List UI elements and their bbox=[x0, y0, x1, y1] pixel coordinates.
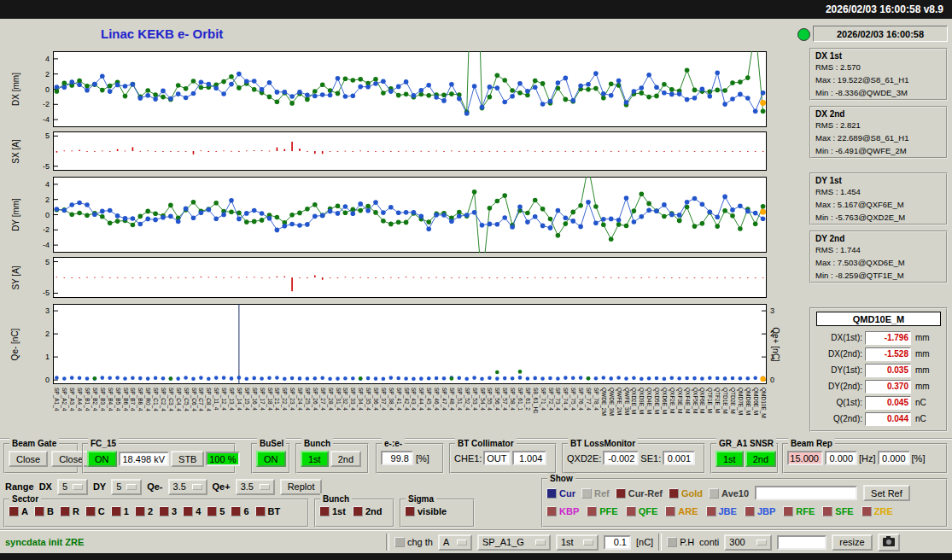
se1-label: SE1: bbox=[640, 453, 661, 464]
checkbox-2[interactable]: 2 bbox=[135, 506, 153, 516]
monitor-row-value: -1.796 bbox=[865, 331, 911, 345]
x-tick-label: SP_56_4 bbox=[494, 388, 500, 411]
divider bbox=[386, 534, 389, 551]
checkbox-box bbox=[546, 506, 557, 516]
checkbox-c[interactable]: C bbox=[85, 506, 105, 516]
checkbox-box bbox=[255, 506, 266, 516]
checkbox-box bbox=[667, 537, 677, 547]
sigma-group: Sigma visible bbox=[400, 499, 475, 528]
checkbox-jbp[interactable]: JBP bbox=[745, 506, 775, 516]
x-tick-label: SP_37_4 bbox=[381, 388, 387, 411]
checkbox-rfe[interactable]: RFE bbox=[783, 506, 815, 516]
checkbox-sfe[interactable]: SFE bbox=[822, 506, 853, 516]
x-tick-label: SP_C7_4 bbox=[198, 388, 204, 411]
fc15-on-button[interactable]: ON bbox=[87, 451, 117, 467]
checkbox-3[interactable]: 3 bbox=[159, 506, 177, 516]
checkbox-2nd[interactable]: 2nd bbox=[353, 506, 383, 516]
checkbox-are[interactable]: ARE bbox=[665, 506, 698, 516]
checkbox-box bbox=[183, 506, 193, 516]
ref-name-input[interactable] bbox=[755, 486, 857, 500]
checkbox-pfe[interactable]: PFE bbox=[587, 506, 617, 516]
checkbox-r[interactable]: R bbox=[60, 506, 79, 516]
dy-axis-label: DY [mm] bbox=[2, 177, 29, 253]
x-tick-label: SP_B2_4 bbox=[92, 388, 98, 411]
checkbox-b[interactable]: B bbox=[34, 506, 54, 516]
set-ref-button[interactable]: Set Ref bbox=[863, 485, 910, 501]
checkbox-bt[interactable]: BT bbox=[255, 506, 281, 516]
bunch-select[interactable]: 1st bbox=[556, 534, 599, 551]
gr-snsr-2nd-button[interactable]: 2nd bbox=[745, 451, 776, 467]
range-dy-select[interactable]: 5 bbox=[111, 479, 142, 495]
resize-button[interactable]: resize bbox=[832, 534, 872, 551]
replot-button[interactable]: Replot bbox=[280, 479, 323, 495]
stats-min: Min : -8.336@QWDE_3M bbox=[815, 86, 946, 99]
device-select[interactable]: SP_A1_G bbox=[477, 534, 551, 551]
stats-title: DX 1st bbox=[815, 51, 946, 61]
range-qep-select[interactable]: 3.5 bbox=[236, 479, 275, 495]
checkbox-4[interactable]: 4 bbox=[183, 506, 201, 516]
checkbox-a[interactable]: A bbox=[9, 506, 28, 516]
group-title: Beam Rep bbox=[788, 438, 835, 449]
x-tick-label: SP_46_4 bbox=[434, 388, 440, 411]
checkbox-kbp[interactable]: KBP bbox=[546, 506, 579, 516]
x-tick-label: QTD2E_M bbox=[730, 388, 736, 414]
group-title: Bunch bbox=[301, 438, 333, 449]
dx-chart: 420-2-4 bbox=[31, 51, 782, 127]
x-tick-label: SP_71_4 bbox=[540, 388, 546, 411]
checkbox-ref[interactable]: Ref bbox=[581, 488, 610, 499]
checkbox-ave10[interactable]: Ave10 bbox=[709, 488, 749, 499]
checkbox-visible[interactable]: visible bbox=[405, 506, 447, 516]
x-tick-label: QXF4E_M bbox=[685, 388, 691, 413]
x-tick-label: SP_22_4 bbox=[282, 388, 288, 411]
checkbox-1st[interactable]: 1st bbox=[319, 506, 346, 516]
q-chart: 33221100 bbox=[31, 304, 782, 384]
x-tick-label: SP_47_4 bbox=[441, 388, 447, 411]
x-tick-label: SP_B6_4 bbox=[123, 388, 129, 411]
monitor-row: DX(2nd): -1.528 mm bbox=[811, 346, 946, 362]
monitor-row-label: DY(1st): bbox=[815, 365, 862, 375]
checkbox-cur[interactable]: Cur bbox=[546, 488, 575, 499]
monitor-panel: QMD10E_M DX(1st): -1.796 mm DX(2nd): -1.… bbox=[809, 307, 948, 432]
busel-on-button[interactable]: ON bbox=[256, 451, 286, 467]
range-qem-select[interactable]: 3.5 bbox=[168, 479, 207, 495]
group-title: Bunch bbox=[320, 493, 352, 505]
bunch-1st-button[interactable]: 1st bbox=[301, 451, 329, 467]
snapshot-button[interactable] bbox=[878, 534, 900, 551]
fc15-stb-button[interactable]: STB bbox=[171, 451, 204, 467]
monitor-row-label: Q(2nd): bbox=[815, 414, 862, 423]
checkbox-1[interactable]: 1 bbox=[111, 506, 129, 516]
checkbox-jbe[interactable]: JBE bbox=[706, 506, 737, 516]
x-tick-label: SP_A3_4 bbox=[69, 388, 75, 411]
checkbox-ph[interactable]: P.H bbox=[667, 537, 694, 547]
x-tick-label: SP_C1_4 bbox=[153, 388, 159, 411]
conti-button[interactable]: conti bbox=[699, 537, 719, 547]
range-qem-label: Qe- bbox=[147, 481, 162, 492]
x-tick-label: S8_61_H1 bbox=[533, 388, 539, 414]
checkbox-gold[interactable]: Gold bbox=[669, 488, 703, 499]
checkbox-zre[interactable]: ZRE bbox=[861, 506, 893, 516]
x-tick-label: SP_43_4 bbox=[411, 388, 417, 411]
gr-snsr-1st-button[interactable]: 1st bbox=[715, 451, 744, 467]
monitor-row-label: DX(2nd): bbox=[815, 349, 862, 359]
checkbox-qfe[interactable]: QFE bbox=[626, 506, 658, 516]
x-tick-label: SP_C2_4 bbox=[161, 388, 166, 411]
dropdown-indicator bbox=[126, 484, 137, 490]
aux-input[interactable] bbox=[777, 535, 826, 550]
bunch-2nd-button[interactable]: 2nd bbox=[330, 451, 361, 467]
checkbox-6[interactable]: 6 bbox=[231, 506, 248, 516]
beam-gate-close-button-1[interactable]: Close bbox=[9, 451, 48, 467]
checkbox-box bbox=[231, 506, 241, 516]
q-axis-label: Qe- [nC] bbox=[2, 304, 29, 384]
checkbox-chg-th[interactable]: chg th bbox=[394, 537, 433, 547]
checkbox-label: C bbox=[98, 506, 105, 516]
checkbox-cur-ref[interactable]: Cur-Ref bbox=[616, 488, 663, 499]
range-dx-select[interactable]: 5 bbox=[57, 479, 88, 495]
group-title: Beam Gate bbox=[9, 438, 59, 449]
svg-text:5: 5 bbox=[45, 131, 50, 140]
mode-select[interactable]: A bbox=[438, 534, 472, 551]
x-tick-label: SP_11_4 bbox=[213, 388, 219, 410]
points-select[interactable]: 300 bbox=[724, 534, 772, 551]
checkbox-5[interactable]: 5 bbox=[207, 506, 225, 516]
x-tick-label: SP_44_4 bbox=[418, 388, 424, 411]
x-tick-label: SP_34_4 bbox=[358, 388, 364, 411]
